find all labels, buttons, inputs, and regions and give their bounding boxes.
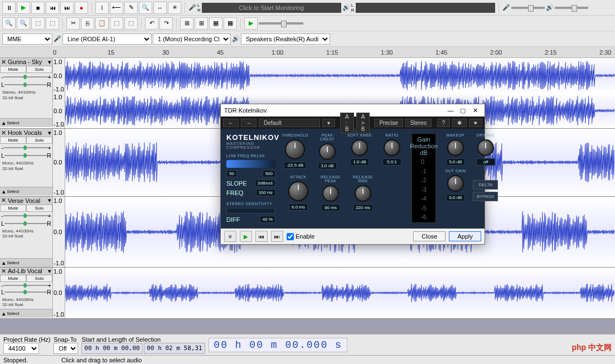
knob-value[interactable]: 6.0 ms: [289, 203, 308, 211]
selection-start-input[interactable]: [81, 343, 143, 354]
audio-host-select[interactable]: MME: [2, 33, 52, 45]
undo-button[interactable]: ↶: [145, 17, 158, 30]
snap-to-select[interactable]: Off: [54, 343, 78, 354]
playback-volume-slider[interactable]: [555, 7, 588, 9]
peak-crest-knob[interactable]: [319, 143, 336, 160]
close-button[interactable]: Close: [413, 231, 445, 241]
gain-slider[interactable]: -+: [0, 144, 52, 152]
knob-value[interactable]: 80 ms: [321, 204, 340, 211]
pause-button[interactable]: ⏸: [2, 2, 16, 14]
knob-value[interactable]: -22.5 dB: [284, 162, 306, 169]
knob-value[interactable]: 5.0:1: [382, 158, 401, 166]
track-select-button[interactable]: ▴ Select: [0, 187, 52, 196]
drymix-value[interactable]: off: [476, 158, 495, 166]
makeup-value[interactable]: 5.0 dB: [446, 158, 465, 166]
zoom-in-button[interactable]: 🔍: [2, 17, 16, 30]
manage-button[interactable]: ≡: [224, 231, 236, 242]
tool-btn-4[interactable]: ▦: [224, 17, 237, 30]
knob-value[interactable]: 3.0 dB: [318, 162, 337, 169]
draw-tool[interactable]: ✎: [124, 2, 138, 14]
solo-button[interactable]: Solo: [26, 205, 52, 212]
close-window-button[interactable]: ✕: [469, 105, 481, 115]
knob-value[interactable]: 1.0 dB: [350, 158, 369, 166]
play-button[interactable]: ▶: [17, 2, 30, 14]
release-peak-knob[interactable]: [322, 185, 339, 202]
lfr-graph[interactable]: [226, 160, 275, 168]
preview-play-button[interactable]: ▶: [240, 231, 252, 242]
tool-btn-1[interactable]: ⊞: [180, 17, 193, 30]
track-header[interactable]: ✕ Gunna - Sky ▾: [0, 58, 52, 66]
release-rms-knob[interactable]: [355, 185, 371, 202]
diff-value[interactable]: 40 %: [260, 216, 275, 223]
selection-tool[interactable]: I: [95, 2, 109, 14]
freq-value[interactable]: 100 Hz: [256, 189, 275, 196]
close-icon[interactable]: ✕: [1, 268, 8, 275]
attack-knob[interactable]: [288, 181, 308, 201]
enable-checkbox[interactable]: [287, 233, 294, 240]
delta-button[interactable]: DELTA: [473, 180, 498, 190]
playback-device-select[interactable]: Speakers (Realtek(R) Audio): [241, 33, 330, 45]
mode-stereo-button[interactable]: Stereo: [405, 119, 432, 127]
soft-knee-knob[interactable]: [351, 139, 368, 156]
solo-button[interactable]: Solo: [26, 275, 52, 282]
project-rate-select[interactable]: 44100: [3, 343, 39, 354]
bypass-button[interactable]: BYPASS: [473, 192, 498, 201]
waveform-area[interactable]: 1.00.0-1.0: [53, 268, 615, 318]
solo-button[interactable]: Solo: [26, 66, 52, 73]
cut-button[interactable]: ✂: [66, 17, 80, 30]
track-header[interactable]: ✕ Hook Vocals ▾: [0, 129, 52, 137]
tool-btn-3[interactable]: ▦: [209, 17, 222, 30]
preset-select[interactable]: Default: [259, 119, 320, 127]
track-header[interactable]: ✕ Verse Vocal ▾: [0, 197, 52, 205]
minimize-button[interactable]: —: [444, 105, 457, 115]
skip-end-button[interactable]: ⏭: [60, 2, 74, 14]
mute-button[interactable]: Mute: [0, 66, 26, 73]
gain-slider[interactable]: -+: [0, 73, 52, 81]
maximize-button[interactable]: ▢: [457, 105, 469, 115]
play-at-speed-button[interactable]: ▶: [244, 17, 258, 30]
ab-copy-button[interactable]: A > B: [356, 113, 370, 133]
recording-volume-slider[interactable]: [511, 7, 545, 9]
pan-slider[interactable]: LR: [0, 81, 52, 89]
track-select-button[interactable]: ▴ Select: [0, 309, 52, 318]
playback-meter[interactable]: [356, 3, 495, 13]
recording-channels-select[interactable]: 1 (Mono) Recording Chann: [153, 33, 231, 45]
multi-tool[interactable]: ✳: [168, 2, 181, 14]
drymix-knob[interactable]: [477, 139, 494, 156]
gain-slider[interactable]: -+: [0, 212, 52, 220]
makeup-knob[interactable]: [447, 139, 464, 156]
outgain-knob[interactable]: [447, 175, 464, 192]
threshold-knob[interactable]: [285, 139, 305, 159]
chevron-down-icon[interactable]: ▾: [48, 197, 51, 204]
fit-selection-button[interactable]: ⬚: [31, 17, 45, 30]
apply-button[interactable]: Apply: [449, 231, 481, 241]
pan-slider[interactable]: LR: [0, 220, 52, 227]
zoom-out-button[interactable]: 🔍: [17, 17, 30, 30]
close-icon[interactable]: ✕: [1, 197, 8, 204]
envelope-tool[interactable]: ⟵: [110, 2, 123, 14]
preset-save-button[interactable]: ▾: [322, 119, 335, 127]
chevron-down-icon[interactable]: ▾: [48, 268, 51, 275]
preset-back-button[interactable]: ←: [223, 119, 239, 127]
close-icon[interactable]: ✕: [1, 129, 8, 137]
selection-length-input[interactable]: [144, 343, 205, 354]
ratio-knob[interactable]: [384, 139, 400, 156]
ui-button[interactable]: ♥: [469, 119, 482, 127]
timeshift-tool[interactable]: ↔: [153, 2, 167, 14]
quality-precise-button[interactable]: Precise: [374, 119, 403, 127]
paste-button[interactable]: 📋: [95, 17, 109, 30]
skip-start-button[interactable]: ⏮: [46, 2, 59, 14]
slope-value[interactable]: 3dB/oct: [255, 179, 275, 187]
chevron-down-icon[interactable]: ▾: [48, 129, 51, 137]
enable-checkbox-wrap[interactable]: Enable: [287, 233, 314, 240]
pan-slider[interactable]: LR: [0, 152, 52, 159]
gain-slider[interactable]: -+: [0, 282, 52, 289]
track-header[interactable]: ✕ Ad-Lib Vocal ▾: [0, 268, 52, 275]
trim-button[interactable]: ⬚: [110, 17, 123, 30]
tool-btn-2[interactable]: ⊞: [195, 17, 208, 30]
recording-device-select[interactable]: Line (RODE AI-1): [62, 33, 152, 45]
track-select-button[interactable]: ▴ Select: [0, 118, 52, 127]
pan-slider[interactable]: LR: [0, 289, 52, 295]
zoom-tool[interactable]: 🔍: [139, 2, 152, 14]
knob-value[interactable]: 220 ms: [353, 204, 373, 211]
